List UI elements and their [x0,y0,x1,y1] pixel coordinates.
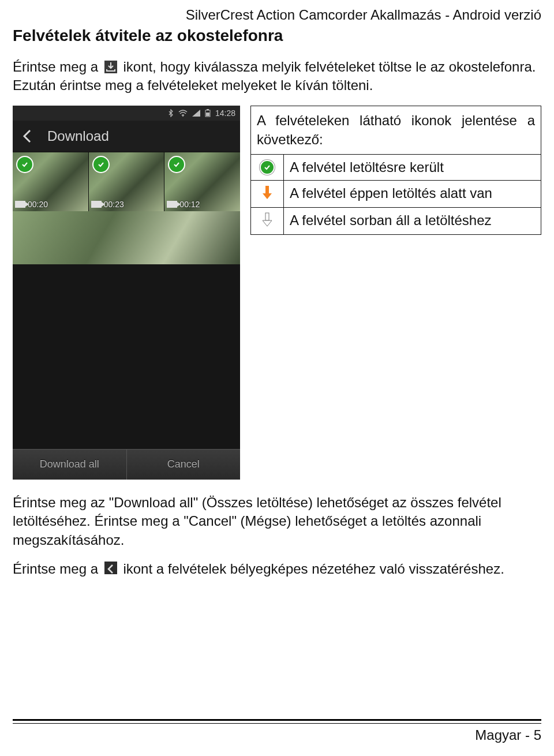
legend-text: A felvétel éppen letöltés alatt van [284,181,541,207]
status-time: 14:28 [215,108,235,118]
back-chevron-icon [104,562,117,574]
status-bar: 14:28 [13,106,240,121]
downloaded-check-icon [260,160,275,175]
legend-intro: A felvételeken látható ikonok jelentése … [251,106,541,155]
icon-legend-table: A felvételeken látható ikonok jelentése … [250,106,541,235]
paragraph-2: Érintse meg az "Download all" (Összes le… [13,493,541,549]
android-screenshot: 14:28 Download 00:20 [13,106,240,480]
thumbnail-meta: 00:23 [91,200,124,209]
section-title: Felvételek átvitele az okostelefonra [13,27,541,45]
svg-rect-3 [206,113,209,116]
svg-point-0 [182,115,184,117]
page-footer: Magyar - 5 [13,719,541,743]
bottom-action-bar: Download all Cancel [13,449,240,480]
bluetooth-icon [168,109,174,117]
queued-arrow-icon [261,212,273,230]
selected-check-icon [92,156,110,173]
thumbnail-meta: 00:20 [15,200,48,209]
page-number: Magyar - 5 [13,727,541,743]
selected-check-icon [16,156,33,173]
p3-before-icon: Érintse meg a [13,561,102,577]
selected-check-icon [168,156,185,173]
legend-icon-cell [251,155,284,180]
screen-title-bar: Download [13,121,240,152]
footer-rule [13,723,541,724]
paragraph-3: Érintse meg a ikont a felvételek bélyegk… [13,560,541,578]
video-icon [167,201,177,208]
wifi-icon [178,110,188,117]
cancel-button[interactable]: Cancel [126,450,241,480]
thumbnail[interactable]: 00:23 [89,152,165,211]
p1-before-icon: Érintse meg a [13,59,102,74]
thumbnail[interactable]: 00:12 [164,152,240,211]
phone-frame: 14:28 Download 00:20 [13,106,240,480]
paragraph-1: Érintse meg a ikont, hogy kiválassza mel… [13,58,541,95]
legend-row: A felvétel sorban áll a letöltéshez [251,208,541,234]
video-icon [91,201,102,208]
legend-icon-cell [251,181,284,207]
download-all-button[interactable]: Download all [13,450,126,480]
legend-text: A felvétel letöltésre került [284,155,541,180]
legend-icon-cell [251,208,284,234]
document-page: SilverCrest Action Camcorder Akallmazás … [0,0,554,756]
downloading-arrow-icon [261,185,273,203]
legend-row: A felvétel letöltésre került [251,155,541,181]
thumbnail-duration: 00:12 [179,200,200,209]
thumbnail-duration: 00:23 [104,200,124,209]
screen-title: Download [47,128,109,144]
video-icon [15,201,25,208]
signal-icon [192,110,200,117]
download-icon [104,61,117,73]
legend-text: A felvétel sorban áll a letöltéshez [284,208,541,234]
screen-empty-area [13,264,240,449]
legend-row: A felvétel éppen letöltés alatt van [251,181,541,208]
footer-rule [13,719,541,721]
thumbnail-meta: 00:12 [167,200,200,209]
svg-rect-5 [265,213,269,220]
svg-rect-4 [265,186,269,193]
thumbnail-large[interactable] [13,211,240,264]
thumbnail-row: 00:20 00:23 [13,152,240,211]
back-icon[interactable] [18,127,37,145]
thumbnail-duration: 00:20 [28,200,48,209]
svg-rect-2 [207,109,209,110]
running-header: SilverCrest Action Camcorder Akallmazás … [13,7,541,23]
p3-after-icon: ikont a felvételek bélyegképes nézetéhez… [123,561,504,577]
battery-icon [205,109,211,117]
thumbnail[interactable]: 00:20 [13,152,89,211]
